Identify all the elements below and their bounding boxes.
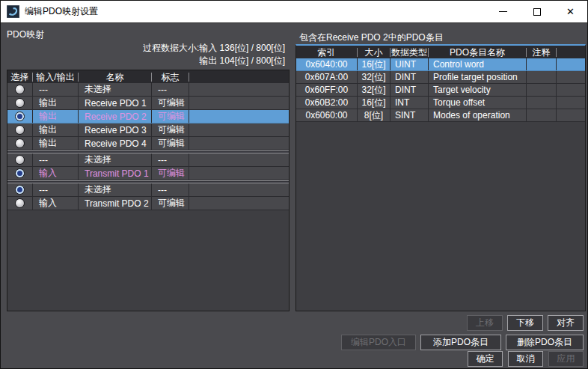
flag-cell: 可编辑 <box>152 167 189 180</box>
pdo-row-transmit-pdo-1[interactable]: 输入 Transmit PDO 1 可编辑 <box>7 167 289 180</box>
maximize-button[interactable] <box>520 1 554 22</box>
comment-cell <box>527 109 557 121</box>
datatype-cell: DINT <box>391 84 429 96</box>
col-datatype: 数据类型 <box>391 48 429 57</box>
pdo-row-transmit-pdo-2[interactable]: 输入 Transmit PDO 2 可编辑 <box>7 197 289 210</box>
process-data-size-output: 输出 104[位] / 800[位] <box>7 55 285 67</box>
size-cell: 16[位] <box>358 97 391 109</box>
radio-button[interactable] <box>15 138 25 148</box>
size-cell: 8[位] <box>358 109 391 121</box>
index-cell: 0x60B2:00 <box>296 97 358 109</box>
process-data-size: 过程数据大小:输入 136[位] / 800[位] 输出 104[位] / 80… <box>7 42 285 67</box>
col-flag: 标志 <box>152 73 189 82</box>
minimize-icon <box>499 11 507 12</box>
col-name: 名称 <box>79 73 152 82</box>
flag-cell: 可编辑 <box>152 110 189 123</box>
move-up-button: 上移 <box>467 315 503 331</box>
pdo-mapping-section-title: PDO映射 <box>7 28 44 41</box>
pdo-mapping-table: 选择 输入/输出 名称 标志 --- 未选择 --- 输出 Receive PD… <box>7 70 290 311</box>
io-cell: 输出 <box>33 110 79 123</box>
size-cell: 32[位] <box>358 84 391 96</box>
pdo-row-receive-pdo-2-selected[interactable]: 输出 Receive PDO 2 可编辑 <box>7 110 289 123</box>
delete-pdo-entry-button[interactable]: 删除PDO条目 <box>506 335 584 350</box>
ok-button[interactable]: 确定 <box>468 351 503 367</box>
pdo-entry-row-target-velocity[interactable]: 0x60FF:00 32[位] DINT Target velocity <box>296 84 585 97</box>
pdo-row-unselected-2[interactable]: --- 未选择 --- <box>7 153 289 167</box>
io-cell: 输出 <box>33 123 79 136</box>
col-entry-name: PDO条目名称 <box>429 48 527 57</box>
name-cell: Receive PDO 2 <box>79 110 152 123</box>
io-cell: 输入 <box>33 167 79 180</box>
pdo-entry-row-control-word-selected[interactable]: 0x6040:00 16[位] UINT Control word <box>296 58 585 71</box>
name-cell: 未选择 <box>79 183 152 196</box>
radio-button[interactable] <box>15 198 25 208</box>
add-pdo-entry-button[interactable]: 添加PDO条目 <box>420 335 501 350</box>
flag-cell: --- <box>152 153 189 166</box>
pdo-entry-row-modes-of-operation[interactable]: 0x6060:00 8[位] SINT Modes of operation <box>296 109 585 122</box>
pdo-entries-table: 索引 大小 数据类型 PDO条目名称 注释 0x6040:00 16[位] UI… <box>295 44 586 311</box>
align-button[interactable]: 对齐 <box>548 315 584 331</box>
process-data-size-input: 过程数据大小:输入 136[位] / 800[位] <box>7 42 285 55</box>
app-icon <box>7 5 19 18</box>
flag-cell: 可编辑 <box>152 137 189 150</box>
datatype-cell: SINT <box>391 109 429 121</box>
comment-cell <box>527 84 557 96</box>
radio-button[interactable] <box>15 85 25 94</box>
pdo-row-unselected-3[interactable]: --- 未选择 --- <box>7 183 289 197</box>
datatype-cell: DINT <box>391 71 429 83</box>
pdo-row-unselected-1[interactable]: --- 未选择 --- <box>7 83 289 97</box>
entry-name-cell: Control word <box>429 58 527 70</box>
name-cell: 未选择 <box>79 83 152 96</box>
radio-button[interactable] <box>15 155 25 165</box>
pdo-entries-table-header: 索引 大小 数据类型 PDO条目名称 注释 <box>296 46 585 58</box>
size-cell: 16[位] <box>358 58 391 70</box>
cancel-button[interactable]: 取消 <box>508 351 543 367</box>
entry-name-cell: Target velocity <box>429 84 527 96</box>
radio-button[interactable] <box>15 125 25 135</box>
name-cell: Transmit PDO 1 <box>79 167 152 180</box>
entry-name-cell: Modes of operation <box>429 109 527 121</box>
col-select: 选择 <box>7 73 33 82</box>
comment-cell <box>527 71 557 83</box>
io-cell: --- <box>33 183 79 196</box>
flag-cell: 可编辑 <box>152 97 189 109</box>
index-cell: 0x6040:00 <box>296 58 358 70</box>
radio-button-selected[interactable] <box>15 185 25 195</box>
name-cell: Receive PDO 1 <box>79 97 152 109</box>
pdo-entry-row-profile-target-position[interactable]: 0x607A:00 32[位] DINT Profile target posi… <box>296 71 585 84</box>
entry-name-cell: Profile target position <box>429 71 527 83</box>
flag-cell: 可编辑 <box>152 197 189 210</box>
close-button[interactable]: ✕ <box>554 1 587 22</box>
titlebar: 编辑PDO映射设置 ✕ <box>1 1 587 23</box>
pdo-entry-row-torque-offset[interactable]: 0x60B2:00 16[位] INT Torque offset <box>296 97 585 109</box>
minimize-button[interactable] <box>486 1 520 22</box>
edit-pdo-map-settings-dialog: 编辑PDO映射设置 ✕ PDO映射 过程数据大小:输入 136[位] / 800… <box>0 0 588 369</box>
col-size: 大小 <box>358 48 391 57</box>
move-down-button[interactable]: 下移 <box>507 315 543 331</box>
size-cell: 32[位] <box>358 71 391 83</box>
apply-button: 应用 <box>548 351 584 367</box>
radio-button-selected[interactable] <box>15 112 25 121</box>
io-cell: 输出 <box>33 97 79 109</box>
name-cell: Transmit PDO 2 <box>79 197 152 210</box>
pdo-entries-section-title: 包含在Receive PDO 2中的PDO条目 <box>299 31 444 44</box>
maximize-icon <box>533 8 541 16</box>
col-io: 输入/输出 <box>33 73 79 82</box>
entry-name-cell: Torque offset <box>429 97 527 109</box>
pdo-row-receive-pdo-4[interactable]: 输出 Receive PDO 4 可编辑 <box>7 137 289 150</box>
col-spacer <box>189 73 289 82</box>
name-cell: Receive PDO 3 <box>79 123 152 136</box>
index-cell: 0x607A:00 <box>296 71 358 83</box>
window-title: 编辑PDO映射设置 <box>25 5 98 18</box>
datatype-cell: UINT <box>391 58 429 70</box>
pdo-mapping-table-header: 选择 输入/输出 名称 标志 <box>7 70 289 83</box>
radio-button[interactable] <box>15 98 25 108</box>
datatype-cell: INT <box>391 97 429 109</box>
io-cell: 输出 <box>33 137 79 150</box>
pdo-row-receive-pdo-3[interactable]: 输出 Receive PDO 3 可编辑 <box>7 123 289 137</box>
flag-cell: 可编辑 <box>152 123 189 136</box>
pdo-row-receive-pdo-1[interactable]: 输出 Receive PDO 1 可编辑 <box>7 97 289 110</box>
col-index: 索引 <box>296 48 358 57</box>
index-cell: 0x6060:00 <box>296 109 358 121</box>
radio-button-selected[interactable] <box>15 168 25 178</box>
